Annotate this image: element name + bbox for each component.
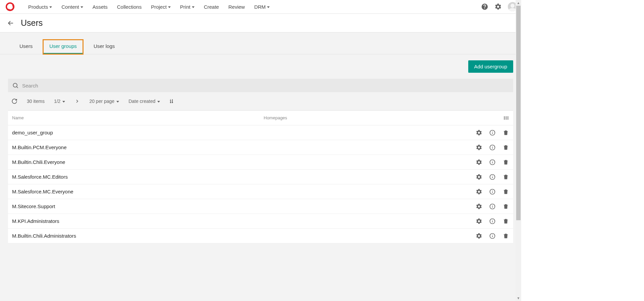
nav-item-products[interactable]: Products xyxy=(28,4,52,10)
table-row[interactable]: M.Salesforce.MC.Editors xyxy=(8,170,513,184)
sort-selector[interactable]: Date created xyxy=(128,99,160,104)
info-icon[interactable] xyxy=(489,218,496,225)
page-indicator: 1/2 xyxy=(54,99,60,104)
row-actions xyxy=(459,188,509,195)
nav-label: Review xyxy=(228,4,245,10)
tab-user-logs[interactable]: User logs xyxy=(88,40,121,54)
gear-icon[interactable] xyxy=(476,159,482,166)
svg-point-26 xyxy=(492,220,493,220)
gear-icon[interactable] xyxy=(476,218,482,225)
nav-label: Create xyxy=(204,4,219,10)
svg-rect-3 xyxy=(504,116,505,120)
row-actions xyxy=(459,144,509,151)
gear-icon[interactable] xyxy=(476,129,482,136)
table-row[interactable]: M.Builtin.Chili.Administrators xyxy=(8,229,513,243)
per-page-label: 20 per page xyxy=(89,99,114,104)
svg-point-11 xyxy=(492,146,493,146)
search-input[interactable] xyxy=(22,83,509,88)
cell-name: M.Salesforce.MC.Everyone xyxy=(12,189,264,194)
svg-point-29 xyxy=(492,234,493,235)
svg-rect-4 xyxy=(506,116,507,120)
column-name[interactable]: Name xyxy=(12,115,264,120)
trash-icon[interactable] xyxy=(502,218,509,225)
trash-icon[interactable] xyxy=(502,174,509,180)
column-homepages[interactable]: Homepages xyxy=(264,115,459,120)
gear-icon[interactable] xyxy=(476,188,482,195)
trash-icon[interactable] xyxy=(502,144,509,151)
cell-name: M.Builtin.PCM.Everyone xyxy=(12,144,264,150)
nav-item-review[interactable]: Review xyxy=(228,4,245,10)
row-actions xyxy=(459,159,509,166)
nav-item-drm[interactable]: DRM xyxy=(254,4,270,10)
nav-label: DRM xyxy=(254,4,266,10)
brand-logo[interactable] xyxy=(0,2,20,11)
nav-item-print[interactable]: Print xyxy=(180,4,195,10)
gear-icon[interactable] xyxy=(476,203,482,210)
caret-down-icon xyxy=(80,6,83,8)
scroll-thumb[interactable] xyxy=(516,6,521,220)
info-icon[interactable] xyxy=(489,129,496,136)
nav-label: Collections xyxy=(117,4,142,10)
nav-item-project[interactable]: Project xyxy=(151,4,171,10)
sitecore-logo-icon xyxy=(6,2,14,11)
scroll-up-icon[interactable]: ▲ xyxy=(516,0,521,6)
info-icon[interactable] xyxy=(489,233,496,239)
page-selector[interactable]: 1/2 xyxy=(54,99,65,104)
info-icon[interactable] xyxy=(489,203,496,210)
sort-label: Date created xyxy=(128,99,155,104)
info-icon[interactable] xyxy=(489,144,496,151)
info-icon[interactable] xyxy=(489,174,496,180)
help-icon[interactable] xyxy=(481,3,488,10)
svg-point-8 xyxy=(492,131,493,132)
refresh-button[interactable] xyxy=(11,98,17,104)
table-row[interactable]: demo_user_group xyxy=(8,125,513,140)
nav-label: Assets xyxy=(93,4,108,10)
cell-name: M.Sitecore.Support xyxy=(12,203,264,209)
settings-icon[interactable] xyxy=(494,3,502,10)
svg-point-17 xyxy=(492,175,493,176)
page-title: Users xyxy=(21,18,43,28)
nav-item-collections[interactable]: Collections xyxy=(117,4,142,10)
row-actions xyxy=(459,129,509,136)
cell-name: M.Builtin.Chili.Everyone xyxy=(12,159,264,165)
search-box xyxy=(8,79,513,92)
table-header: Name Homepages xyxy=(8,111,513,125)
trash-icon[interactable] xyxy=(502,129,509,136)
gear-icon[interactable] xyxy=(476,174,482,180)
list-meta: 30 items 1/2 20 per page Date created ZA xyxy=(0,92,521,110)
item-count: 30 items xyxy=(27,99,45,104)
table-row[interactable]: M.KPI.Administrators xyxy=(8,214,513,229)
nav-item-create[interactable]: Create xyxy=(204,4,219,10)
columns-config-icon[interactable] xyxy=(503,115,509,121)
table-row[interactable]: M.Builtin.PCM.Everyone xyxy=(8,140,513,155)
add-usergroup-button[interactable]: Add usergroup xyxy=(468,60,513,73)
trash-icon[interactable] xyxy=(502,203,509,210)
page-header: Users xyxy=(0,14,521,33)
tab-users[interactable]: Users xyxy=(13,40,39,54)
svg-rect-5 xyxy=(507,116,508,120)
table-row[interactable]: M.Salesforce.MC.Everyone xyxy=(8,184,513,199)
table-row[interactable]: M.Sitecore.Support xyxy=(8,199,513,214)
scroll-down-icon[interactable]: ▼ xyxy=(516,295,521,301)
scrollbar[interactable]: ▲ ▼ xyxy=(516,0,521,301)
trash-icon[interactable] xyxy=(502,188,509,195)
info-icon[interactable] xyxy=(489,159,496,166)
per-page-selector[interactable]: 20 per page xyxy=(89,99,119,104)
tab-user-groups[interactable]: User groups xyxy=(43,40,83,54)
info-icon[interactable] xyxy=(489,188,496,195)
nav-item-assets[interactable]: Assets xyxy=(93,4,108,10)
back-arrow-icon[interactable] xyxy=(7,19,15,27)
gear-icon[interactable] xyxy=(476,233,482,239)
sort-direction-button[interactable]: ZA xyxy=(169,98,175,104)
nav-item-content[interactable]: Content xyxy=(61,4,83,10)
svg-point-20 xyxy=(492,190,493,191)
caret-down-icon xyxy=(168,6,171,8)
next-page-button[interactable] xyxy=(74,99,80,104)
caret-down-icon xyxy=(157,101,160,103)
row-actions xyxy=(459,174,509,180)
trash-icon[interactable] xyxy=(502,159,509,166)
table-row[interactable]: M.Builtin.Chili.Everyone xyxy=(8,155,513,170)
caret-down-icon xyxy=(49,6,52,8)
trash-icon[interactable] xyxy=(502,233,509,239)
gear-icon[interactable] xyxy=(476,144,482,151)
